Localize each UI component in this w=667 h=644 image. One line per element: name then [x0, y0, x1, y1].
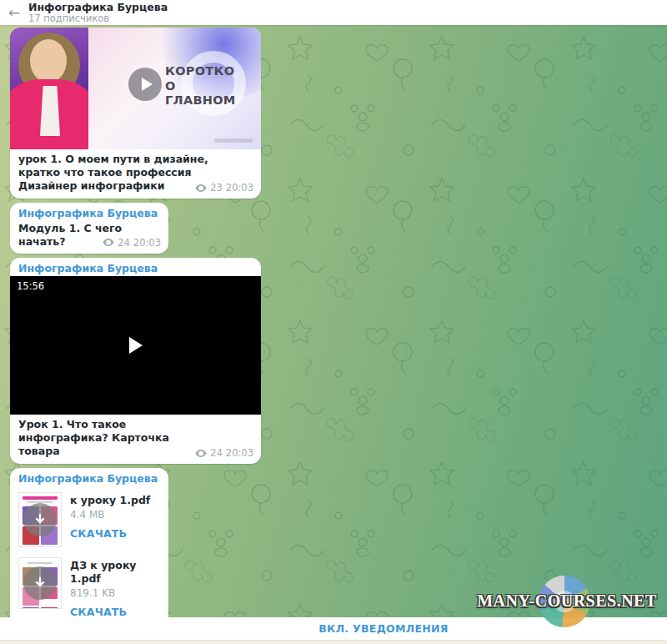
- play-button-icon[interactable]: [128, 68, 162, 101]
- download-link[interactable]: СКАЧАТЬ: [70, 606, 160, 617]
- views-count: 24: [118, 237, 130, 249]
- message-meta: 24 20:03: [103, 237, 161, 249]
- file-row-pdf1[interactable]: к уроку 1.pdf 4.4 MB СКАЧАТЬ: [18, 492, 160, 547]
- views-count: 24: [210, 447, 223, 459]
- back-icon[interactable]: ←: [0, 6, 28, 20]
- message-files: Инфографика Бурцева к уроку 1.pdf 4.: [10, 468, 168, 617]
- subscriber-count: 17 подписчиков: [28, 13, 168, 24]
- presenter-photo: [10, 28, 88, 149]
- chat-title: Инфографика Бурцева: [28, 2, 168, 13]
- enable-notifications-button[interactable]: ВКЛ. УВЕДОМЛЕНИЯ: [0, 617, 667, 640]
- message-time: 20:03: [226, 182, 253, 194]
- chat-area: КОРОТКО О ГЛАВНОМ урок 1. О моем пути в …: [0, 25, 667, 617]
- thumb-title: КОРОТКО О ГЛАВНОМ: [165, 64, 248, 108]
- channel-name-link[interactable]: Инфографика Бурцева: [10, 468, 168, 487]
- video-duration: 15:56: [17, 280, 44, 292]
- enable-notifications-label: ВКЛ. УВЕДОМЛЕНИЯ: [318, 622, 448, 635]
- file-row-pdf2[interactable]: 123 ДЗ к уроку 1.pdf 819.1 KB СКАЧАТЬ: [18, 557, 160, 617]
- pdf-thumbnail[interactable]: [18, 492, 62, 547]
- file-size: 4.4 MB: [70, 509, 150, 521]
- message-video-lesson1: Инфографика Бурцева 15:56 Урок 1. Что та…: [10, 258, 261, 465]
- file-name: к уроку 1.pdf: [70, 494, 150, 507]
- download-link[interactable]: СКАЧАТЬ: [70, 527, 150, 540]
- views-count: 23: [210, 182, 223, 194]
- chat-header: ← Инфографика Бурцева 17 подписчиков: [0, 0, 667, 25]
- file-name: ДЗ к уроку 1.pdf: [70, 559, 160, 586]
- thumb-credit: [214, 138, 253, 143]
- video-player[interactable]: 15:56: [10, 276, 261, 415]
- message-time: 20:03: [133, 237, 161, 249]
- views-icon: [195, 184, 207, 192]
- pdf-thumbnail[interactable]: 123: [18, 557, 62, 609]
- message-meta: 23 20:03: [195, 182, 253, 194]
- views-icon: [195, 450, 207, 457]
- file-size: 819.1 KB: [70, 587, 160, 599]
- telegram-channel-view: ← Инфографика Бурцева 17 подписчиков: [0, 0, 667, 644]
- channel-name-link[interactable]: Инфографика Бурцева: [10, 258, 261, 277]
- download-arrow-icon[interactable]: [23, 503, 57, 536]
- message-video-intro: КОРОТКО О ГЛАВНОМ урок 1. О моем пути в …: [10, 28, 261, 199]
- message-time: 20:03: [226, 447, 253, 459]
- video-thumbnail[interactable]: КОРОТКО О ГЛАВНОМ: [10, 28, 261, 149]
- views-icon: [103, 239, 114, 246]
- download-arrow-icon[interactable]: [23, 566, 57, 600]
- message-text: Инфографика Бурцева Модуль 1. С чего нач…: [10, 203, 168, 254]
- channel-name-link[interactable]: Инфографика Бурцева: [10, 203, 168, 222]
- video-title-card: КОРОТКО О ГЛАВНОМ: [88, 28, 261, 149]
- play-button-icon[interactable]: [129, 337, 143, 354]
- window-bottom-strip: [0, 640, 667, 644]
- message-meta: 24 20:03: [195, 447, 253, 459]
